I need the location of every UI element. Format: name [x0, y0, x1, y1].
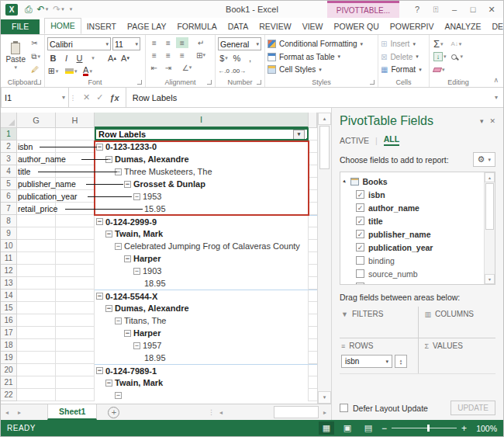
cell[interactable] — [309, 339, 317, 352]
font-dialog-launcher-icon[interactable] — [137, 80, 142, 85]
row-number[interactable]: 4 — [1, 165, 17, 178]
values-area[interactable]: ΣVALUES — [418, 338, 496, 373]
field-list-scrollbar[interactable]: ▴ ▾ — [484, 172, 495, 284]
row-number[interactable]: 2 — [1, 140, 17, 153]
cell[interactable] — [56, 302, 95, 314]
bold-button[interactable]: B — [47, 52, 59, 64]
tab-splitter[interactable]: ⋮ — [208, 404, 215, 420]
cell[interactable] — [56, 277, 95, 290]
format-painter-button[interactable]: 🖉 — [29, 64, 42, 75]
row-number[interactable]: 7 — [1, 203, 17, 215]
rows-area[interactable]: ≡ROWS isbn▾ ▴▾ — [340, 338, 418, 373]
pivot-cell[interactable]: −Twain, Mark — [95, 227, 309, 240]
redo-button[interactable]: ↷▾ — [50, 4, 67, 15]
confirm-entry-icon[interactable]: ✓ — [96, 92, 103, 102]
cell[interactable] — [56, 227, 95, 240]
cell[interactable]: publication_year — [17, 190, 56, 203]
undo-button[interactable]: ↶▾ — [35, 4, 51, 15]
row-number[interactable]: 5 — [1, 178, 17, 190]
cell[interactable] — [309, 327, 317, 339]
cell[interactable] — [17, 265, 56, 277]
scroll-left-icon[interactable]: ◂ — [215, 404, 227, 420]
collapse-button[interactable]: − — [105, 380, 112, 387]
column-header-i[interactable]: I — [95, 113, 309, 128]
column-header-h[interactable]: H — [56, 113, 95, 128]
filters-area[interactable]: ▼FILTERS — [340, 307, 418, 338]
collapse-button[interactable]: − — [105, 305, 112, 312]
tab-data[interactable]: DATA — [223, 19, 254, 34]
pivot-cell[interactable]: −1903 — [95, 265, 309, 277]
cell[interactable] — [56, 240, 95, 252]
row-number[interactable]: 21 — [1, 376, 17, 389]
cell[interactable] — [56, 376, 95, 389]
pivot-value-cell[interactable]: 18.95 — [95, 352, 309, 364]
update-button[interactable]: UPDATE — [450, 401, 495, 415]
cell[interactable] — [309, 153, 317, 165]
cell[interactable] — [309, 203, 317, 215]
cell[interactable] — [17, 314, 56, 327]
scroll-right-icon[interactable]: ▸ — [319, 404, 331, 420]
field-item-publisher-name[interactable]: ✓publisher_name — [345, 227, 484, 241]
scroll-up-icon[interactable]: ▴ — [318, 113, 331, 125]
pivot-cell[interactable]: −Dumas, Alexandre — [95, 302, 309, 314]
field-table-books[interactable]: ▸ Books — [343, 175, 484, 188]
pivot-header-cell-selected[interactable]: Row Labels ▾ — [95, 128, 309, 140]
view-normal-icon[interactable]: ▦ — [319, 421, 334, 435]
cell[interactable] — [17, 352, 56, 364]
formula-input[interactable]: Row Labels — [126, 88, 489, 107]
tab-design[interactable]: DESIGN — [486, 19, 504, 34]
ribbon-display-options-button[interactable]: ⍐ — [427, 5, 444, 15]
number-dialog-launcher-icon[interactable] — [257, 80, 261, 85]
field-item-isbn[interactable]: ✓isbn — [345, 188, 484, 201]
cell[interactable]: publisher_name — [17, 178, 56, 190]
cell[interactable] — [17, 277, 56, 290]
insert-cells-button[interactable]: ⊞Insert▾ — [381, 38, 422, 50]
autosum-button[interactable]: Σ▾ — [433, 38, 447, 50]
row-number[interactable]: 14 — [1, 290, 17, 302]
cell[interactable] — [17, 240, 56, 252]
pivot-cell[interactable]: −0-124-2999-9 — [95, 215, 309, 227]
tab-insert[interactable]: INSERT — [81, 19, 122, 34]
alignment-dialog-launcher-icon[interactable] — [207, 80, 212, 85]
checkbox-unchecked[interactable] — [356, 256, 364, 265]
cell[interactable] — [17, 339, 56, 352]
cell[interactable] — [309, 240, 317, 252]
pivot-cell[interactable]: −Celebrated Jumping Frog of Calaveras Co… — [95, 240, 309, 252]
cell[interactable] — [309, 178, 317, 190]
cell[interactable] — [56, 128, 95, 140]
minimize-button[interactable]: – — [446, 5, 463, 14]
pivot-cell[interactable]: −0-124-7989-1 — [95, 364, 309, 376]
fill-button[interactable]: ↓▾ — [433, 51, 447, 63]
scroll-down-icon[interactable]: ▾ — [318, 391, 331, 404]
field-item-partial[interactable] — [345, 280, 484, 284]
decrease-font-size-button[interactable]: A▾ — [119, 52, 131, 64]
cell[interactable] — [56, 339, 95, 352]
view-page-break-icon[interactable]: ▤ — [361, 421, 376, 435]
field-item-binding[interactable]: binding — [345, 254, 484, 267]
tree-expand-icon[interactable]: ▸ — [342, 178, 348, 184]
row-number[interactable]: 8 — [1, 215, 17, 227]
cell[interactable] — [17, 128, 56, 140]
row-number[interactable]: 18 — [1, 339, 17, 352]
pivot-cell[interactable]: −Harper — [95, 252, 309, 265]
clipboard-dialog-launcher-icon[interactable] — [36, 80, 41, 85]
view-page-layout-icon[interactable]: ▣ — [340, 421, 355, 435]
cell[interactable] — [56, 364, 95, 376]
close-button[interactable]: ✕ — [483, 5, 500, 15]
horizontal-scroll-thumb[interactable] — [274, 406, 319, 418]
sheet-tab-sheet1[interactable]: Sheet1 — [47, 404, 97, 420]
row-number[interactable]: 6 — [1, 190, 17, 203]
find-select-button[interactable]: ▾ — [451, 51, 464, 63]
cell[interactable] — [309, 302, 317, 314]
cell[interactable] — [309, 227, 317, 240]
scroll-up-icon[interactable]: ▴ — [485, 172, 495, 182]
cell[interactable]: author_name — [17, 153, 56, 165]
paste-button[interactable]: Paste ▾ — [3, 36, 28, 77]
cell[interactable] — [17, 252, 56, 265]
tab-page-layout[interactable]: PAGE LAY — [122, 19, 171, 34]
columns-area[interactable]: ▥COLUMNS — [418, 307, 496, 338]
number-format-combo[interactable]: General▾ — [218, 37, 261, 50]
zoom-level[interactable]: 100% — [472, 424, 497, 433]
tab-analyze[interactable]: ANALYZE — [439, 19, 486, 34]
accounting-format-button[interactable]: $▾ — [218, 52, 230, 64]
